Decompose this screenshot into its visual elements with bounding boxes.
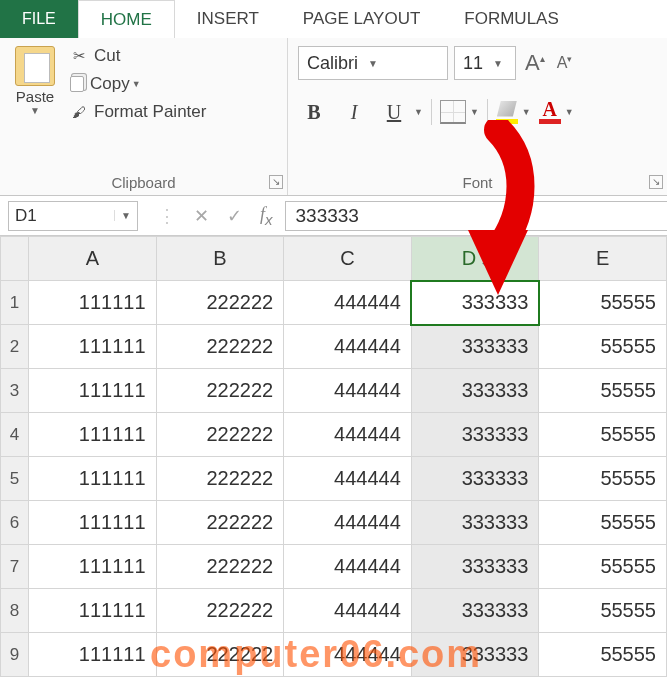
- bold-button[interactable]: B: [298, 98, 330, 126]
- chevron-down-icon[interactable]: ▼: [114, 210, 131, 221]
- increase-font-button[interactable]: A▴: [522, 48, 548, 78]
- cell[interactable]: 222222: [156, 413, 284, 457]
- italic-button[interactable]: I: [338, 98, 370, 126]
- name-box[interactable]: D1 ▼: [8, 201, 138, 231]
- font-color-icon: A: [543, 101, 557, 117]
- dialog-launcher-icon[interactable]: ↘: [649, 175, 663, 189]
- cell[interactable]: 222222: [156, 633, 284, 677]
- cell[interactable]: 222222: [156, 325, 284, 369]
- cell[interactable]: 444444: [284, 281, 412, 325]
- chevron-down-icon[interactable]: ▼: [565, 107, 574, 117]
- cell[interactable]: 444444: [284, 589, 412, 633]
- tab-insert[interactable]: INSERT: [175, 0, 281, 38]
- row-header[interactable]: 6: [1, 501, 29, 545]
- chevron-down-icon[interactable]: ▼: [132, 79, 141, 89]
- column-header-e[interactable]: E: [539, 237, 667, 281]
- cell[interactable]: 444444: [284, 545, 412, 589]
- accept-formula-button[interactable]: ✓: [227, 205, 242, 227]
- cell[interactable]: 222222: [156, 457, 284, 501]
- cell[interactable]: 444444: [284, 457, 412, 501]
- cell[interactable]: 222222: [156, 589, 284, 633]
- font-name-combo[interactable]: Calibri ▼: [298, 46, 448, 80]
- cell[interactable]: 333333: [411, 457, 539, 501]
- formula-bar[interactable]: 333333: [285, 201, 667, 231]
- tab-page-layout[interactable]: PAGE LAYOUT: [281, 0, 442, 38]
- cell[interactable]: 222222: [156, 501, 284, 545]
- borders-button[interactable]: [440, 100, 466, 124]
- font-size-combo[interactable]: 11 ▼: [454, 46, 516, 80]
- row-header[interactable]: 2: [1, 325, 29, 369]
- tab-formulas[interactable]: FORMULAS: [442, 0, 580, 38]
- cell[interactable]: 333333: [411, 545, 539, 589]
- spreadsheet-grid[interactable]: A B C D↓ E 11111112222224444443333335555…: [0, 236, 667, 677]
- cut-label: Cut: [94, 46, 120, 66]
- table-row: 911111122222244444433333355555: [1, 633, 667, 677]
- dialog-launcher-icon[interactable]: ↘: [269, 175, 283, 189]
- cut-button[interactable]: Cut: [70, 46, 206, 66]
- chevron-down-icon[interactable]: ▼: [470, 107, 479, 117]
- cell[interactable]: 333333: [411, 633, 539, 677]
- cell[interactable]: 333333: [411, 501, 539, 545]
- cell[interactable]: 111111: [29, 501, 157, 545]
- cell[interactable]: 55555: [539, 501, 667, 545]
- cell[interactable]: 222222: [156, 369, 284, 413]
- chevron-down-icon[interactable]: ▼: [366, 58, 380, 69]
- row-header[interactable]: 7: [1, 545, 29, 589]
- cell[interactable]: 55555: [539, 589, 667, 633]
- cell[interactable]: 444444: [284, 501, 412, 545]
- cell[interactable]: 111111: [29, 369, 157, 413]
- underline-button[interactable]: U: [378, 98, 410, 126]
- column-header-a[interactable]: A: [29, 237, 157, 281]
- copy-button[interactable]: Copy ▼: [70, 74, 206, 94]
- cell[interactable]: 333333: [411, 589, 539, 633]
- row-header[interactable]: 4: [1, 413, 29, 457]
- cell[interactable]: 333333: [411, 325, 539, 369]
- row-header[interactable]: 5: [1, 457, 29, 501]
- cell[interactable]: 333333: [411, 413, 539, 457]
- row-header[interactable]: 8: [1, 589, 29, 633]
- cell[interactable]: 333333: [411, 281, 539, 325]
- cell[interactable]: 55555: [539, 281, 667, 325]
- row-header[interactable]: 3: [1, 369, 29, 413]
- cell[interactable]: 111111: [29, 413, 157, 457]
- cell[interactable]: 55555: [539, 457, 667, 501]
- column-header-d[interactable]: D↓: [411, 237, 539, 281]
- column-header-c[interactable]: C: [284, 237, 412, 281]
- cell[interactable]: 444444: [284, 369, 412, 413]
- cell[interactable]: 444444: [284, 633, 412, 677]
- tab-file[interactable]: FILE: [0, 0, 78, 38]
- cell[interactable]: 111111: [29, 281, 157, 325]
- cell[interactable]: 444444: [284, 413, 412, 457]
- row-header[interactable]: 1: [1, 281, 29, 325]
- chevron-down-icon[interactable]: ▼: [491, 58, 505, 69]
- cell[interactable]: 55555: [539, 413, 667, 457]
- cell[interactable]: 55555: [539, 325, 667, 369]
- cell[interactable]: 55555: [539, 369, 667, 413]
- paste-button[interactable]: Paste ▼: [10, 46, 60, 122]
- cell[interactable]: 222222: [156, 545, 284, 589]
- chevron-down-icon[interactable]: ▼: [10, 105, 60, 116]
- cell[interactable]: 222222: [156, 281, 284, 325]
- cell[interactable]: 111111: [29, 633, 157, 677]
- select-all-corner[interactable]: [1, 237, 29, 281]
- cell[interactable]: 111111: [29, 325, 157, 369]
- decrease-font-button[interactable]: A▾: [554, 52, 576, 74]
- row-header[interactable]: 9: [1, 633, 29, 677]
- format-painter-button[interactable]: Format Painter: [70, 102, 206, 122]
- font-color-button[interactable]: A: [539, 101, 561, 124]
- cell[interactable]: 111111: [29, 545, 157, 589]
- cell[interactable]: 111111: [29, 589, 157, 633]
- cell[interactable]: 111111: [29, 457, 157, 501]
- cell[interactable]: 55555: [539, 633, 667, 677]
- cell[interactable]: 55555: [539, 545, 667, 589]
- chevron-down-icon[interactable]: ▼: [414, 107, 423, 117]
- table-row: 611111122222244444433333355555: [1, 501, 667, 545]
- fill-color-button[interactable]: [496, 101, 518, 124]
- chevron-down-icon[interactable]: ▼: [522, 107, 531, 117]
- cell[interactable]: 333333: [411, 369, 539, 413]
- cancel-formula-button[interactable]: ✕: [194, 205, 209, 227]
- insert-function-button[interactable]: fx: [260, 204, 273, 228]
- cell[interactable]: 444444: [284, 325, 412, 369]
- tab-home[interactable]: HOME: [78, 0, 175, 38]
- column-header-b[interactable]: B: [156, 237, 284, 281]
